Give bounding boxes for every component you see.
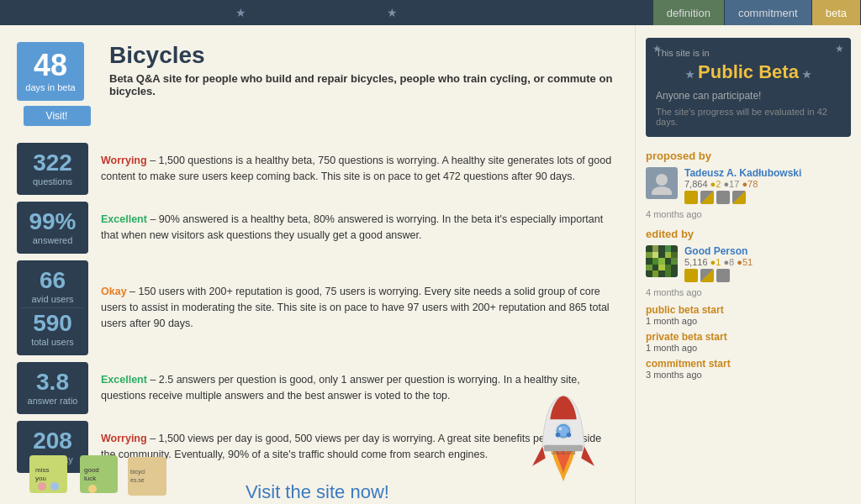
stat-num-views: 208 — [21, 429, 84, 453]
stat-label-questions: questions — [21, 176, 84, 186]
right-panel: ★ ★ This site is in Public Beta Anyone c… — [635, 25, 861, 504]
proposed-user-name[interactable]: Tadeusz A. Kadłubowski — [684, 167, 801, 179]
commitment-start-label: commitment start — [646, 358, 851, 370]
proposed-timestamp: 4 months ago — [646, 209, 851, 219]
status-okay-users: Okay — [101, 286, 127, 297]
tab-definition[interactable]: definition — [653, 0, 725, 25]
status-excellent-ratio: Excellent — [101, 374, 147, 386]
site-description: Beta Q&A site for people who build and r… — [109, 72, 618, 97]
character-svg-1: miss you — [25, 451, 71, 497]
stat-label-answered: answered — [21, 235, 84, 245]
tab-commitment[interactable]: commitment — [725, 0, 812, 25]
stat-row-questions: 322 questions Worrying – 1,500 questions… — [17, 143, 618, 195]
public-beta-title: Public Beta — [656, 61, 841, 83]
svg-point-17 — [88, 485, 97, 493]
private-beta-start-time: 1 month ago — [646, 343, 851, 353]
edited-user-info: Good Person 5,116 ●1 ●8 ●51 — [684, 245, 753, 282]
main-content: 48 days in beta Visit! Bicycles Beta Q&A… — [0, 25, 861, 504]
stat-desc-questions: – 1,500 questions is a healthy beta, 750… — [101, 155, 611, 182]
public-beta-start-time: 1 month ago — [646, 316, 851, 326]
character-area: miss you good luck bicycl es.se — [25, 451, 168, 497]
left-column: 48 days in beta Visit! Bicycles Beta Q&A… — [0, 25, 635, 504]
stat-text-answered: Excellent – 90% answered is a healthy be… — [101, 202, 618, 254]
stat-box-ratio: 3.8 answer ratio — [17, 362, 88, 414]
topbar: ★ ★ definition commitment beta — [0, 0, 861, 25]
svg-point-1 — [652, 186, 672, 195]
svg-text:you: you — [35, 475, 46, 482]
edited-user-badges — [684, 269, 753, 282]
star-tr: ★ — [835, 43, 844, 55]
stat-text-users: Okay – 150 users with 200+ reputation is… — [101, 260, 618, 355]
svg-point-0 — [656, 174, 668, 186]
stat-desc-users: – 150 users with 200+ reputation is good… — [101, 286, 610, 329]
proposed-user-info: Tadeusz A. Kadłubowski 7,864 ●2 ●17 ●78 — [684, 167, 801, 204]
edited-user-name[interactable]: Good Person — [684, 245, 753, 257]
star-decoration-1: ★ — [235, 6, 246, 19]
edited-by-label: edited by — [646, 228, 851, 240]
commitment-start-row: commitment start 3 months ago — [646, 358, 851, 380]
stat-label-avid: avid users — [21, 294, 84, 304]
stat-desc-answered: – 90% answered is a healthy beta, 80% an… — [101, 213, 603, 241]
stat-label-ratio: answer ratio — [21, 396, 84, 406]
edited-user-card: Good Person 5,116 ●1 ●8 ●51 — [646, 245, 851, 282]
stat-box-answered: 99% answered — [17, 202, 88, 254]
svg-point-13 — [50, 482, 59, 491]
stat-desc-views: – 1,500 views per day is good, 500 views… — [101, 433, 601, 460]
badge-icon-special3 — [700, 269, 714, 282]
badge-icon-special1 — [700, 191, 714, 204]
badge-icon-1 — [716, 191, 730, 204]
edited-timestamp: 4 months ago — [646, 287, 851, 297]
commitment-start-time: 3 months ago — [646, 370, 851, 380]
badge-icon-2 — [716, 269, 730, 282]
private-beta-start-row: private beta start 1 month ago — [646, 331, 851, 353]
status-excellent-answered: Excellent — [101, 213, 147, 225]
stat-label-total: total users — [21, 337, 84, 347]
stat-num-ratio: 3.8 — [21, 370, 84, 394]
stat-text-ratio: Excellent – 2.5 answers per question is … — [101, 362, 618, 414]
avatar-icon — [650, 171, 673, 195]
beta-progress-text: The site's progress will be evaluated in… — [656, 107, 841, 127]
days-number: 48 — [21, 50, 80, 81]
days-badge: 48 days in beta — [17, 42, 84, 101]
beta-title-small: This site is in — [656, 48, 841, 58]
public-beta-start-row: public beta start 1 month ago — [646, 304, 851, 326]
stat-box-questions: 322 questions — [17, 143, 88, 195]
badge-icon-gold — [684, 191, 698, 204]
status-worrying-views: Worrying — [101, 433, 147, 444]
stat-num-total: 590 — [21, 312, 84, 335]
visit-button[interactable]: Visit! — [24, 106, 91, 126]
private-beta-start-label: private beta start — [646, 331, 851, 343]
site-info: Bicycles Beta Q&A site for people who bu… — [109, 42, 618, 97]
proposed-user-badges — [684, 191, 801, 204]
edited-user-avatar — [646, 245, 678, 277]
star-decoration-2: ★ — [387, 6, 398, 19]
stat-text-views: Worrying – 1,500 views per day is good, … — [101, 421, 618, 473]
site-header: 48 days in beta Visit! Bicycles Beta Q&A… — [17, 42, 618, 126]
stat-desc-ratio: – 2.5 answers per question is good, only… — [101, 374, 580, 402]
beta-anyone-can: Anyone can participate! — [656, 90, 841, 102]
svg-text:es.se: es.se — [130, 477, 145, 483]
edited-user-rep: 5,116 ●1 ●8 ●51 — [684, 257, 753, 267]
proposed-user-rep: 7,864 ●2 ●17 ●78 — [684, 179, 801, 189]
svg-text:luck: luck — [84, 475, 97, 482]
svg-text:good: good — [84, 466, 99, 474]
tab-beta[interactable]: beta — [812, 0, 861, 25]
stat-text-questions: Worrying – 1,500 questions is a healthy … — [101, 143, 618, 195]
beta-status-box: ★ ★ This site is in Public Beta Anyone c… — [646, 38, 851, 137]
days-label: days in beta — [21, 82, 80, 92]
badge-icon-special2 — [732, 191, 746, 204]
character-svg-2: good luck — [76, 451, 122, 497]
svg-rect-18 — [128, 457, 166, 496]
stat-num-avid: 66 — [21, 269, 84, 292]
site-title: Bicycles — [109, 42, 618, 69]
character-svg-3: bicycl es.se — [126, 455, 168, 497]
svg-text:bicycl: bicycl — [130, 469, 145, 475]
proposed-user-card: Tadeusz A. Kadłubowski 7,864 ●2 ●17 ●78 — [646, 167, 851, 204]
status-worrying-questions: Worrying — [101, 155, 147, 166]
stat-num-questions: 322 — [21, 151, 84, 175]
proposed-user-avatar — [646, 167, 678, 199]
stat-row-answered: 99% answered Excellent – 90% answered is… — [17, 202, 618, 254]
svg-point-12 — [38, 482, 46, 491]
badge-icon-gold-2 — [684, 269, 698, 282]
nav-tabs: definition commitment beta — [653, 0, 861, 25]
